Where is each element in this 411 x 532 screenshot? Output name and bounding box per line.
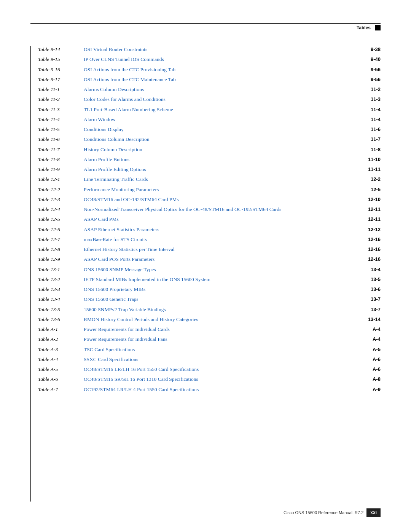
table-num: Table 11-5 (38, 126, 84, 133)
table-row: Table 12-1Line Terminating Traffic Cards… (38, 176, 381, 183)
page: Tables Table 9-14OSI Virtual Router Cons… (0, 0, 411, 532)
table-link[interactable]: History Column Description (84, 146, 368, 153)
table-row: Table 13-1ONS 15600 SNMP Message Types13… (38, 266, 381, 273)
table-row: Table A-1Power Requirements for Individu… (38, 326, 381, 333)
left-border (30, 46, 31, 502)
table-page: 12-16 (368, 256, 381, 263)
toc-content: Table 9-14OSI Virtual Router Constraints… (38, 46, 381, 393)
table-page: 13-7 (371, 306, 381, 313)
table-link[interactable]: Power Requirements for Individual Cards (84, 326, 370, 333)
table-link[interactable]: OC48/STM16 SR/SH 16 Port 1310 Card Speci… (84, 375, 370, 383)
table-num: Table A-5 (38, 366, 84, 373)
table-page: A-6 (373, 366, 381, 373)
table-link[interactable]: TL1 Port-Based Alarm Numbering Scheme (84, 106, 368, 113)
table-link[interactable]: RMON History Control Periods and History… (84, 316, 366, 323)
table-row: Table 11-8Alarm Profile Buttons11-10 (38, 156, 381, 163)
table-page: 13-5 (371, 276, 381, 283)
table-page: 12-10 (368, 196, 381, 203)
table-link[interactable]: ASAP Card PMs (84, 216, 366, 223)
table-link[interactable]: Alarm Window (84, 116, 368, 123)
table-row: Table 12-8Ethernet History Statistics pe… (38, 246, 381, 253)
table-row: Table 12-6ASAP Ethernet Statistics Param… (38, 226, 381, 233)
table-link[interactable]: OC192/STM64 LR/LH 4 Port 1550 Card Speci… (84, 386, 370, 393)
table-row: Table 12-5ASAP Card PMs12-11 (38, 216, 381, 223)
table-link[interactable]: Performance Monitoring Parameters (84, 186, 368, 193)
table-row: Table 11-6Conditions Column Description1… (38, 136, 381, 143)
table-num: Table 9-16 (38, 66, 84, 73)
table-num: Table 11-1 (38, 86, 84, 93)
table-row: Table A-2Power Requirements for Individu… (38, 335, 381, 343)
table-num: Table 11-9 (38, 166, 84, 173)
table-page: 12-11 (368, 206, 381, 213)
table-row: Table 9-15IP Over CLNS Tunnel IOS Comman… (38, 56, 381, 63)
table-num: Table 12-3 (38, 196, 84, 203)
table-link[interactable]: Color Codes for Alarms and Conditions (84, 96, 368, 103)
table-link[interactable]: ASAP Ethernet Statistics Parameters (84, 226, 366, 233)
table-link[interactable]: maxBaseRate for STS Circuits (84, 236, 366, 243)
table-link[interactable]: Line Terminating Traffic Cards (84, 176, 368, 183)
table-row: Table A-5OC48/STM16 LR/LH 16 Port 1550 C… (38, 366, 381, 373)
table-page: 11-6 (371, 126, 381, 133)
table-link[interactable]: IETF Standard MIBs Implemented in the ON… (84, 276, 368, 283)
table-link[interactable]: Conditions Column Description (84, 136, 368, 143)
table-page: A-9 (373, 386, 381, 393)
table-link[interactable]: Non-Normalized Transceiver Physical Opti… (84, 206, 366, 213)
table-num: Table 12-8 (38, 246, 84, 253)
table-row: Table 13-4ONS 15600 Generic Traps13-7 (38, 296, 381, 303)
table-link[interactable]: OSI Virtual Router Constraints (84, 46, 368, 53)
table-link[interactable]: SSXC Card Specifications (84, 356, 370, 363)
table-num: Table 12-1 (38, 176, 84, 183)
table-page: 11-10 (368, 156, 381, 163)
table-link[interactable]: ONS 15600 SNMP Message Types (84, 266, 368, 273)
table-link[interactable]: IP Over CLNS Tunnel IOS Commands (84, 56, 368, 63)
table-link[interactable]: Alarm Profile Buttons (84, 156, 366, 163)
table-row: Table 12-3OC48/STM16 and OC-192/STM64 Ca… (38, 196, 381, 203)
table-page: 12-16 (368, 246, 381, 253)
table-page: 11-11 (368, 166, 381, 173)
table-row: Table 12-4Non-Normalized Transceiver Phy… (38, 206, 381, 213)
table-num: Table 13-6 (38, 316, 84, 323)
table-num: Table A-3 (38, 346, 84, 353)
table-page: 12-16 (368, 236, 381, 243)
table-num: Table A-2 (38, 335, 84, 343)
table-link[interactable]: Conditions Display (84, 126, 368, 133)
table-row: Table A-3TSC Card SpecificationsA-5 (38, 346, 381, 353)
table-row: Table 11-5Conditions Display11-6 (38, 126, 381, 133)
table-num: Table 9-14 (38, 46, 84, 53)
table-row: Table 9-16OSI Actions from the CTC Provi… (38, 66, 381, 73)
table-link[interactable]: ONS 15600 Generic Traps (84, 296, 368, 303)
page-number: xxi (366, 508, 381, 517)
table-link[interactable]: Power Requirements for Individual Fans (84, 335, 370, 343)
table-row: Table 11-4Alarm Window11-4 (38, 116, 381, 123)
footer-right: Cisco ONS 15600 Reference Manual, R7.2 x… (284, 508, 381, 517)
table-link[interactable]: OSI Actions from the CTC Maintenance Tab (84, 76, 368, 83)
table-page: A-8 (373, 375, 381, 383)
table-row: Table 12-7maxBaseRate for STS Circuits12… (38, 236, 381, 243)
table-page: 9-56 (371, 66, 381, 73)
table-page: 11-7 (371, 136, 381, 143)
table-link[interactable]: TSC Card Specifications (84, 346, 370, 353)
table-row: Table 11-1Alarms Column Descriptions11-2 (38, 86, 381, 93)
table-row: Table A-6OC48/STM16 SR/SH 16 Port 1310 C… (38, 375, 381, 383)
table-num: Table 12-5 (38, 216, 84, 223)
table-page: 12-12 (368, 226, 381, 233)
table-num: Table 11-3 (38, 106, 84, 113)
table-link[interactable]: OC48/STM16 LR/LH 16 Port 1550 Card Speci… (84, 366, 370, 373)
header-square (375, 25, 381, 30)
table-link[interactable]: OSI Actions from the CTC Provisioning Ta… (84, 66, 368, 73)
table-page: A-6 (373, 356, 381, 363)
table-link[interactable]: ONS 15600 Proprietary MIBs (84, 286, 368, 293)
table-link[interactable]: 15600 SNMPv2 Trap Variable Bindings (84, 306, 368, 313)
table-link[interactable]: Ethernet History Statistics per Time Int… (84, 246, 366, 253)
table-page: 13-6 (371, 286, 381, 293)
table-link[interactable]: Alarms Column Descriptions (84, 86, 368, 93)
table-num: Table 9-17 (38, 76, 84, 83)
table-num: Table 11-6 (38, 136, 84, 143)
table-row: Table 13-2IETF Standard MIBs Implemented… (38, 276, 381, 283)
table-link[interactable]: Alarm Profile Editing Options (84, 166, 366, 173)
table-link[interactable]: OC48/STM16 and OC-192/STM64 Card PMs (84, 196, 366, 203)
table-row: Table A-4SSXC Card SpecificationsA-6 (38, 356, 381, 363)
table-row: Table A-7OC192/STM64 LR/LH 4 Port 1550 C… (38, 386, 381, 393)
table-row: Table 9-17OSI Actions from the CTC Maint… (38, 76, 381, 83)
table-link[interactable]: ASAP Card POS Ports Parameters (84, 256, 366, 263)
